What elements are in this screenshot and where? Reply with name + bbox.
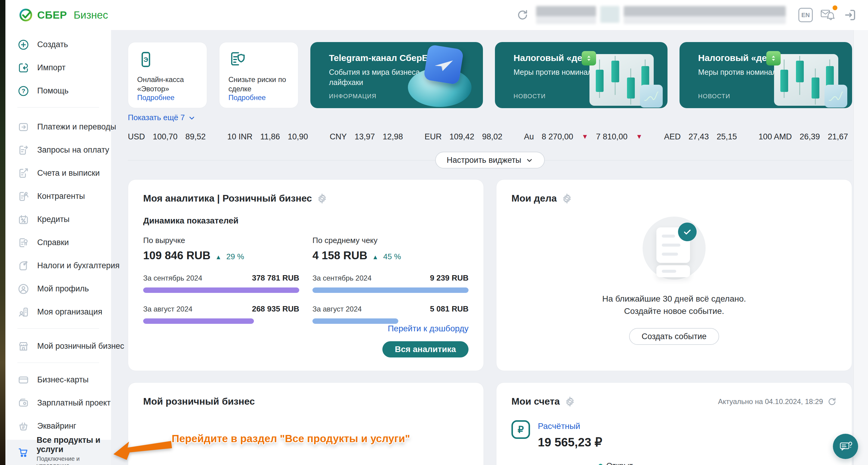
ticker-item-usd[interactable]: USD 100,70 89,52: [128, 132, 206, 142]
ticker-item-aed[interactable]: AED 27,43 25,15: [664, 132, 737, 142]
promo-details-link[interactable]: Подробнее: [228, 93, 289, 102]
sidebar-item-label: Налоги и бухгалтерия: [37, 261, 120, 270]
credit-card-icon: [18, 374, 29, 386]
metric-delta: 45 %: [383, 252, 401, 261]
sidebar-item-taxes[interactable]: Налоги и бухгалтерия: [5, 254, 111, 277]
candlestick-chart-illustration: [766, 46, 844, 106]
language-toggle-button[interactable]: EN: [798, 8, 813, 22]
promo-banner-row: Э Онлайн-касса «Эвотор» Подробнее Снизьт…: [128, 42, 852, 108]
sidebar-item-label: Импорт: [37, 63, 65, 72]
accounts-card: Мои счета Актуально на 04.10.2024, 18:29: [496, 382, 852, 465]
create-event-button[interactable]: Создать событие: [629, 328, 719, 345]
bar-fill: [143, 288, 299, 293]
support-chat-button[interactable]: [833, 434, 858, 459]
gear-icon[interactable]: [317, 193, 328, 204]
banner-tax-dumping-1[interactable]: Налоговый «демпинг» Меры против номиналь…: [495, 42, 668, 108]
dashboard-link[interactable]: Перейти к дэшборду: [388, 324, 468, 333]
sidebar-item-payments[interactable]: Платежи и переводы: [5, 115, 111, 139]
configure-widgets-button[interactable]: Настроить виджеты: [435, 152, 545, 169]
wallet-icon: [18, 397, 29, 409]
sidebar-item-credits[interactable]: Кредиты: [5, 208, 111, 231]
accounts-updated-timestamp: Актуально на 04.10.2024, 18:29: [718, 398, 823, 406]
bar-period: За август 2024: [143, 305, 192, 313]
document-seal-icon: [18, 237, 29, 249]
banner-telegram[interactable]: Telegram-канал СберБизнес События из мир…: [310, 42, 483, 108]
rate-buy: 26,39: [800, 132, 820, 142]
sidebar-item-all-products[interactable]: Все продукты и услуги Подключение и упра…: [5, 440, 111, 465]
ticker-item-inr[interactable]: 10 INR 11,86 10,90: [227, 132, 308, 142]
scrollbar-gutter[interactable]: [853, 30, 868, 465]
sber-check-logo-icon: [19, 8, 33, 22]
configure-widgets-label: Настроить виджеты: [446, 155, 521, 165]
promo-title: Снизьте риски по сделке: [228, 75, 289, 93]
widgets-divider-row: Настроить виджеты: [128, 152, 852, 169]
currency-code: 10 INR: [227, 132, 252, 142]
gear-icon[interactable]: [564, 396, 576, 407]
sidebar-item-retail-business[interactable]: Мой розничный бизнес: [5, 335, 111, 358]
promo-card-deal-risks[interactable]: Снизьте риски по сделке Подробнее: [219, 42, 298, 108]
sidebar-divider: [18, 328, 99, 329]
ticker-item-cny[interactable]: CNY 13,97 12,98: [330, 132, 403, 142]
sidebar-item-business-cards[interactable]: Бизнес-карты: [5, 368, 111, 391]
account-row: ₽ Расчётный 19 565,23 ₽: [512, 420, 837, 449]
promo-details-link[interactable]: Подробнее: [137, 93, 198, 102]
bar-fill: [312, 288, 468, 293]
sidebar-item-acquiring[interactable]: ₽ Эквайринг: [5, 414, 111, 438]
svg-text:?: ?: [22, 88, 25, 94]
todo-card-title: Мои дела: [512, 193, 557, 204]
promo-card-evotor[interactable]: Э Онлайн-касса «Эвотор» Подробнее: [128, 42, 207, 108]
analytics-avg-check-column: По среднему чеку 4 158 RUB ▲ 45 % За сен…: [312, 236, 468, 324]
sidebar-item-salary-project[interactable]: Зарплатный проект: [5, 391, 111, 414]
sidebar-item-help[interactable]: ? Помощь: [5, 79, 111, 103]
refresh-button[interactable]: [516, 9, 529, 21]
ticker-item-eur[interactable]: EUR 109,42 98,02: [425, 132, 502, 142]
metric-value: 109 846 RUB: [143, 249, 210, 262]
gear-icon[interactable]: [562, 193, 572, 204]
retail-card-title: Мой розничный бизнес: [143, 396, 255, 407]
logout-button[interactable]: [843, 8, 857, 22]
all-analytics-button[interactable]: Вся аналитика: [382, 341, 468, 357]
notification-badge-dot: [833, 5, 837, 10]
sidebar-item-create[interactable]: Создать: [5, 33, 111, 56]
storefront-icon: [18, 340, 29, 352]
status-dot-icon: [598, 464, 603, 465]
refresh-icon[interactable]: [827, 397, 837, 406]
account-name-link[interactable]: Расчётный: [538, 422, 580, 431]
sidebar-item-label: Контрагенты: [37, 192, 85, 201]
todo-card: Мои дела: [496, 179, 852, 371]
show-more-link[interactable]: Показать ещё 7: [128, 113, 196, 122]
chevron-down-icon: [188, 114, 196, 122]
sidebar-item-label: Помощь: [37, 86, 68, 95]
dashboard-grid: Моя аналитика | Розничный бизнес Динамик…: [128, 179, 852, 465]
sidebar-item-label: Платежи и переводы: [37, 122, 116, 132]
sidebar-item-organization[interactable]: Моя организация: [5, 300, 111, 323]
bar-period: За август 2024: [312, 305, 362, 313]
currency-ticker: USD 100,70 89,52 10 INR 11,86 10,90 CNY …: [128, 130, 852, 143]
ticker-item-amd[interactable]: 100 AMD 26,39 21,67: [758, 132, 848, 142]
show-more-label: Показать ещё 7: [128, 113, 185, 122]
notifications-button[interactable]: [820, 7, 836, 23]
metric-delta: 29 %: [226, 252, 244, 261]
ticker-item-gold[interactable]: Au 8 270,00 ▼ 7 810,00 ▼: [524, 132, 643, 142]
brand-name-secondary: Бизнес: [73, 9, 108, 21]
banner-tax-dumping-2[interactable]: Налоговый «демпинг» Меры против номиналь…: [680, 42, 852, 108]
sidebar-item-payment-requests[interactable]: Запросы на оплату: [5, 139, 111, 162]
shopping-cart-icon: [18, 446, 29, 458]
trend-up-icon: ▲: [215, 254, 221, 261]
sidebar-item-certificates[interactable]: Справки: [5, 231, 111, 254]
chat-question-icon: [839, 439, 852, 453]
svg-text:Э: Э: [144, 56, 148, 63]
metric-label: По выручке: [143, 236, 299, 245]
brand-logo[interactable]: СБЕР Бизнес: [19, 8, 108, 22]
sidebar-item-accounts-statements[interactable]: Счета и выписки: [5, 162, 111, 185]
sidebar-item-contractors[interactable]: Контрагенты: [5, 185, 111, 208]
analytics-card-title: Моя аналитика | Розничный бизнес: [143, 193, 312, 204]
metric-label: По среднему чеку: [312, 236, 468, 245]
brand-name-primary: СБЕР: [37, 9, 67, 21]
currency-code: EUR: [425, 132, 442, 142]
analytics-subtitle: Динамика показателей: [143, 216, 468, 226]
sidebar-item-label: Справки: [37, 238, 69, 247]
sidebar-item-profile[interactable]: Мой профиль: [5, 277, 111, 300]
sidebar-item-import[interactable]: Импорт: [5, 56, 111, 79]
sidebar-item-label: Зарплатный проект: [37, 398, 111, 408]
